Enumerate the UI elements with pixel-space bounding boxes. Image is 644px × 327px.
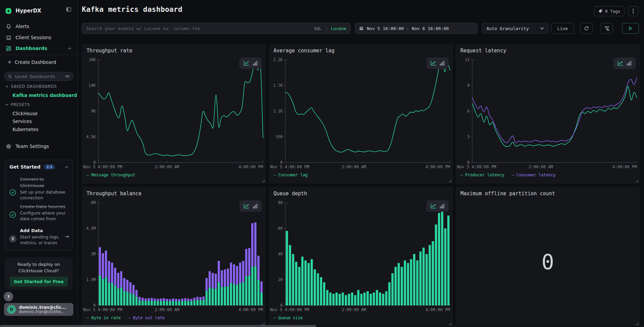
legend-item[interactable]: —Queue size: [273, 316, 303, 320]
sidebar-item-kafka-dashboard[interactable]: Kafka metrics dashboard: [13, 93, 77, 98]
y-tick-label: 1.5M: [86, 277, 96, 282]
search-icon: [8, 74, 12, 79]
legend-item[interactable]: —Consumer lag: [273, 173, 308, 177]
legend-item[interactable]: —Message throughput: [87, 173, 135, 177]
help-button[interactable]: ?: [4, 292, 13, 301]
y-tick-label: 9K: [91, 109, 96, 114]
chart-canvas: 05501.1K1.7K2.2K: [269, 44, 453, 184]
legend-label: Producer latency: [465, 173, 504, 177]
y-tick-label: 4.5M: [86, 226, 96, 231]
bar-chart-icon[interactable]: [440, 203, 445, 209]
lucene-mode-toggle[interactable]: Lucene: [331, 26, 346, 31]
more-menu-button[interactable]: [628, 6, 638, 16]
bar-chart-icon[interactable]: [253, 60, 258, 66]
chart-legend: —Consumer lag: [273, 173, 308, 177]
get-started-header[interactable]: Get Started 2/3: [9, 164, 68, 170]
sidebar-item-alerts[interactable]: Alerts: [0, 22, 77, 30]
date-range-picker[interactable]: Nov 5 16:00:00 - Nov 6 16:00:00: [355, 23, 477, 34]
chart-canvas: 04.5K9K14K18K: [82, 44, 266, 184]
chart-type-toggle[interactable]: [239, 200, 262, 212]
bar-chart-icon[interactable]: [253, 203, 258, 209]
cloud-cta-line2: ClickHouse Cloud?: [5, 268, 73, 274]
user-menu[interactable]: D dominic.tran@clic... dominic.tran@clic…: [4, 303, 73, 316]
resize-handle-icon[interactable]: [262, 179, 264, 182]
create-dashboard-button[interactable]: + Create Dashboard: [0, 58, 77, 66]
saved-dashboards-search[interactable]: Saved Dashboards ⌘K: [4, 72, 73, 81]
line-chart-icon[interactable]: [617, 60, 623, 66]
chart-type-toggle[interactable]: [613, 57, 636, 69]
resize-handle-icon[interactable]: [636, 179, 638, 182]
granularity-select[interactable]: Auto Granularity: [482, 23, 549, 34]
legend-item[interactable]: —Producer latency: [460, 173, 504, 177]
metric-value: 0: [456, 250, 640, 274]
sidebar-item-clickhouse[interactable]: ClickHouse: [13, 111, 38, 116]
x-tick-label: Nov 5 4:00:00 PM: [83, 165, 122, 169]
step-subtitle: Start sending logs, metrics, or traces: [20, 234, 61, 246]
legend-item[interactable]: —Byte in rate: [87, 316, 121, 320]
filter-button[interactable]: [601, 23, 613, 34]
legend-item[interactable]: —Byte out rate: [128, 316, 165, 320]
line-chart-icon[interactable]: [430, 60, 436, 66]
legend-swatch: —: [128, 316, 130, 320]
collapse-sidebar-icon[interactable]: [66, 7, 71, 12]
legend-item[interactable]: —Consumer latency: [512, 173, 556, 177]
page-header: Kafka metrics dashboard 0 Tags: [82, 5, 640, 20]
y-tick-label: 6: [467, 109, 470, 114]
y-tick-label: 0: [467, 160, 470, 165]
line-chart-icon[interactable]: [430, 203, 436, 209]
dashboard-grid: Throughput rate04.5K9K14K18KNov 5 4:00:0…: [82, 44, 640, 327]
line-chart-icon[interactable]: [243, 203, 249, 209]
sidebar-item-client-sessions[interactable]: Client Sessions: [0, 33, 77, 42]
section-presets[interactable]: PRESETS: [5, 102, 30, 107]
y-tick-label: 0: [280, 303, 283, 308]
chevron-up-icon: [65, 166, 68, 168]
tags-button[interactable]: 0 Tags: [594, 6, 624, 16]
app-window: HyperDX Alerts Client Sessions Dashboard…: [0, 0, 644, 327]
scrollbar-thumb[interactable]: [0, 325, 316, 327]
avatar: D: [7, 305, 16, 314]
plus-icon: +: [7, 60, 12, 65]
step-title: Add Data: [20, 228, 43, 233]
x-axis-labels: Nov 5 4:00:00 PM2:00:00 AM4:00:00 PM: [270, 165, 450, 169]
resize-handle-icon[interactable]: [636, 322, 638, 325]
sidebar-item-services[interactable]: Services: [13, 119, 32, 124]
resize-handle-icon[interactable]: [262, 322, 264, 325]
legend-swatch: —: [512, 173, 514, 177]
sidebar-item-kubernetes[interactable]: Kubernetes: [13, 127, 38, 132]
y-tick-label: 1.7K: [273, 83, 283, 88]
chart-type-toggle[interactable]: [426, 57, 449, 69]
sql-mode-toggle[interactable]: SQL: [314, 26, 322, 31]
sidebar-item-dashboards[interactable]: Dashboards: [0, 44, 77, 52]
search-input[interactable]: [86, 26, 311, 31]
bar-chart-icon[interactable]: [440, 60, 445, 66]
search-placeholder: Saved Dashboards: [15, 74, 63, 79]
resize-handle-icon[interactable]: [449, 322, 451, 325]
chart-canvas: 020406080: [269, 187, 453, 327]
live-button[interactable]: Live: [551, 23, 574, 34]
arrow-right-icon: →: [65, 234, 69, 239]
section-saved-dashboards[interactable]: SAVED DASHBOARDS: [5, 84, 57, 89]
refresh-button[interactable]: [580, 23, 593, 34]
chevron-down-icon: [540, 27, 544, 30]
bar-chart-icon[interactable]: [627, 60, 631, 66]
get-started-step-sources[interactable]: Create Data Sources Configure where your…: [9, 203, 69, 222]
get-started-free-button[interactable]: Get Started for Free: [10, 277, 68, 286]
resize-handle-icon[interactable]: [449, 179, 451, 182]
sidebar-item-label: Dashboards: [16, 46, 47, 51]
step-title: Connect to ClickHouse: [20, 177, 44, 188]
get-started-step-add-data[interactable]: 3 Add Data Start sending logs, metrics, …: [9, 227, 69, 246]
line-chart-icon[interactable]: [243, 60, 249, 66]
date-range-value: Nov 5 16:00:00 - Nov 6 16:00:00: [367, 26, 449, 31]
x-tick-label: 2:00:00 AM: [155, 307, 179, 312]
event-search-box[interactable]: SQL | Lucene: [82, 23, 351, 34]
team-settings-label: Team Settings: [16, 144, 49, 149]
mode-divider: |: [325, 26, 328, 31]
run-query-button[interactable]: [622, 23, 639, 34]
y-tick-label: 60: [278, 226, 283, 231]
sidebar-item-team-settings[interactable]: Team Settings: [0, 142, 77, 150]
y-tick-label: 3M: [91, 252, 96, 256]
chart-type-toggle[interactable]: [239, 57, 262, 69]
chart-type-toggle[interactable]: [426, 200, 449, 212]
y-tick-label: 0: [280, 160, 283, 165]
get-started-step-connect[interactable]: Connect to ClickHouse Set up your databa…: [9, 176, 69, 201]
